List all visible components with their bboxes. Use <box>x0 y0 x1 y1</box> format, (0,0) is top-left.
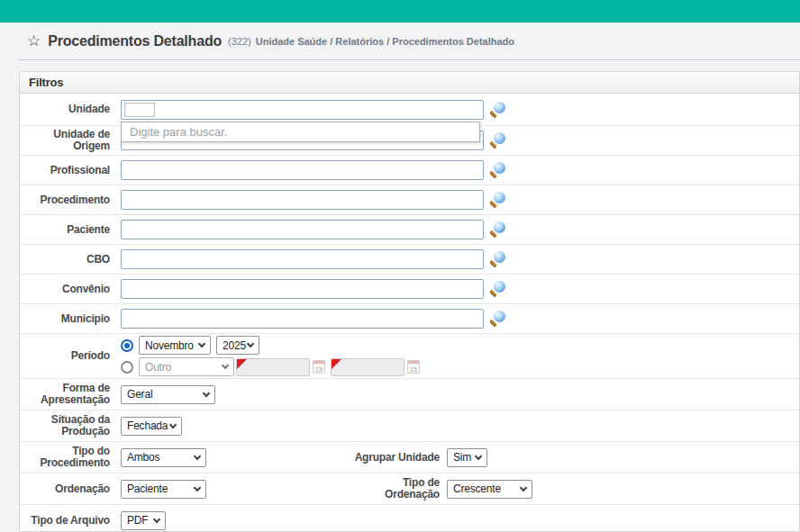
tipo-procedimento-select[interactable]: Ambos <box>121 448 206 467</box>
row-profissional: Profissional <box>20 156 799 185</box>
paciente-input[interactable] <box>121 220 484 239</box>
periodo-other-select[interactable]: Outro <box>139 357 234 376</box>
agrupar-unidade-label: Agrupar Unidade <box>350 452 440 464</box>
row-paciente: Paciente <box>20 215 799 245</box>
chevron-down-icon <box>194 483 201 491</box>
breadcrumb: Unidade Saúde / Relatórios / Procediment… <box>256 36 514 47</box>
favorite-star-icon[interactable]: ☆ <box>27 32 41 50</box>
chevron-down-icon <box>169 420 177 428</box>
chevron-down-icon <box>222 362 229 369</box>
procedimento-input[interactable] <box>121 190 484 210</box>
chevron-down-icon <box>203 389 210 396</box>
row-convenio: Convênio <box>20 275 799 304</box>
tipo-ordenacao-value: Crescente <box>453 482 501 495</box>
unidade-inline-search-box[interactable] <box>124 103 155 117</box>
tipo-procedimento-value: Ambos <box>127 451 159 464</box>
agrupar-unidade-value: Sim <box>453 451 471 464</box>
periodo-other-value: Outro <box>145 361 171 374</box>
profissional-input[interactable] <box>121 160 484 180</box>
periodo-date-start-input[interactable] <box>236 358 310 376</box>
unidade-search-icon[interactable] <box>489 102 505 118</box>
convenio-input[interactable] <box>121 279 484 299</box>
situacao-producao-select[interactable]: Fechada <box>121 417 182 436</box>
autocomplete-dropdown[interactable]: Digite para buscar. <box>121 122 480 142</box>
calendar-icon[interactable] <box>313 360 325 374</box>
tipo-arquivo-select[interactable]: PDF <box>121 511 166 530</box>
row-tipo-procedimento: Tipo do Procedimento Ambos Agrupar Unida… <box>20 442 799 473</box>
tipo-procedimento-label: Tipo do Procedimento <box>20 446 110 469</box>
periodo-month-select[interactable]: Novembro <box>139 336 211 355</box>
periodo-month-value: Novembro <box>145 339 194 352</box>
tipo-ordenacao-select[interactable]: Crescente <box>447 480 532 499</box>
ordenacao-label: Ordenação <box>20 483 110 495</box>
row-periodo: Período Novembro 2025 Outro <box>20 334 799 379</box>
unidade-input[interactable] <box>121 100 484 120</box>
chevron-down-icon <box>153 515 160 522</box>
periodo-label: Período <box>20 350 110 362</box>
cbo-search-icon[interactable] <box>489 251 505 267</box>
periodo-year-value: 2025 <box>223 339 246 352</box>
unidade-label: Unidade <box>20 104 110 115</box>
row-ordenacao: Ordenação Paciente Tipo de Ordenação Cre… <box>20 473 799 505</box>
periodo-other-radio[interactable] <box>121 361 133 374</box>
chevron-down-icon <box>475 452 482 459</box>
calendar-icon[interactable] <box>407 360 420 374</box>
ordenacao-value: Paciente <box>127 482 168 495</box>
forma-apresentacao-label: Forma de Apresentação <box>20 383 110 406</box>
periodo-date-end-input[interactable] <box>331 358 405 376</box>
chevron-down-icon <box>247 340 254 347</box>
row-municipio: Município <box>20 304 799 334</box>
row-forma-apresentacao: Forma de Apresentação Geral <box>20 379 799 410</box>
cbo-label: CBO <box>20 254 110 266</box>
cbo-input[interactable] <box>121 249 484 269</box>
tipo-arquivo-value: PDF <box>127 514 148 527</box>
municipio-search-icon[interactable] <box>489 311 505 327</box>
unidade-origem-search-icon[interactable] <box>489 132 505 149</box>
page-code: (322) <box>228 36 251 47</box>
convenio-label: Convênio <box>20 284 110 295</box>
ordenacao-select[interactable]: Paciente <box>121 480 206 499</box>
autocomplete-hint: Digite para buscar. <box>130 125 227 139</box>
municipio-label: Município <box>20 313 110 325</box>
top-bar <box>0 0 800 23</box>
tipo-arquivo-label: Tipo de Arquivo <box>20 515 110 527</box>
procedimento-search-icon[interactable] <box>489 192 505 208</box>
chevron-down-icon <box>194 452 201 459</box>
page-title: Procedimentos Detalhado <box>48 33 222 50</box>
periodo-year-select[interactable]: 2025 <box>216 336 259 355</box>
row-cbo: CBO <box>20 245 799 275</box>
forma-apresentacao-value: Geral <box>127 388 152 401</box>
agrupar-unidade-select[interactable]: Sim <box>447 448 487 467</box>
situacao-producao-value: Fechada <box>127 419 168 432</box>
filters-panel: Filtros Unidade Digite para buscar. Unid… <box>19 71 800 532</box>
page-header: ☆ Procedimentos Detalhado (322) Unidade … <box>18 23 800 60</box>
municipio-input[interactable] <box>121 309 484 329</box>
row-procedimento: Procedimento <box>20 185 799 215</box>
profissional-label: Profissional <box>20 165 110 176</box>
paciente-search-icon[interactable] <box>489 221 505 238</box>
procedimento-label: Procedimento <box>20 194 110 206</box>
forma-apresentacao-select[interactable]: Geral <box>121 385 215 404</box>
convenio-search-icon[interactable] <box>489 281 505 297</box>
unidade-origem-label: Unidade de Origem <box>20 129 110 152</box>
row-tipo-arquivo: Tipo de Arquivo PDF <box>20 505 799 532</box>
filters-panel-title: Filtros <box>20 72 799 94</box>
paciente-label: Paciente <box>20 224 110 236</box>
profissional-search-icon[interactable] <box>489 162 505 178</box>
row-situacao-producao: Situação da Produção Fechada <box>20 410 799 442</box>
chevron-down-icon <box>198 340 205 347</box>
tipo-ordenacao-label: Tipo de Ordenação <box>350 477 440 500</box>
periodo-month-radio[interactable] <box>121 339 133 352</box>
chevron-down-icon <box>520 483 527 491</box>
situacao-producao-label: Situação da Produção <box>20 414 110 437</box>
